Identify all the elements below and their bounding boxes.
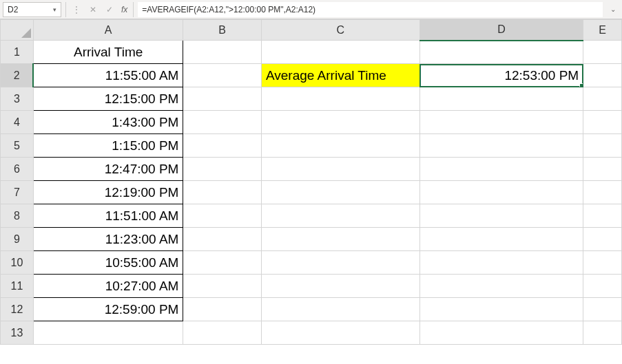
row-header-2[interactable]: 2 bbox=[1, 64, 34, 87]
cell-C6[interactable] bbox=[261, 158, 419, 181]
cell-D5[interactable] bbox=[419, 134, 583, 158]
cell-A4[interactable]: 1:43:00 PM bbox=[33, 111, 183, 134]
fx-icon[interactable]: fx bbox=[118, 5, 130, 14]
row-header-10[interactable]: 10 bbox=[1, 251, 34, 275]
row-header-13[interactable]: 13 bbox=[1, 321, 34, 345]
cell-D4[interactable] bbox=[419, 111, 583, 134]
row-header-6[interactable]: 6 bbox=[1, 158, 34, 181]
cell-B8[interactable] bbox=[183, 204, 262, 228]
cell-C13[interactable] bbox=[261, 321, 419, 345]
cell-B5[interactable] bbox=[183, 134, 262, 158]
cell-B9[interactable] bbox=[183, 228, 262, 251]
ellipsis-icon[interactable]: ⋮ bbox=[69, 3, 84, 17]
cell-D9[interactable] bbox=[419, 228, 583, 251]
cell-C7[interactable] bbox=[261, 181, 419, 204]
cell-A13[interactable] bbox=[33, 321, 183, 345]
cell-D2[interactable]: 12:53:00 PM bbox=[419, 64, 583, 87]
cell-B3[interactable] bbox=[183, 87, 262, 111]
cell-A1[interactable]: Arrival Time bbox=[33, 41, 183, 64]
cell-E8[interactable] bbox=[583, 204, 622, 228]
cell-E12[interactable] bbox=[583, 298, 622, 321]
row-header-3[interactable]: 3 bbox=[1, 87, 34, 111]
name-box[interactable]: D2 ▾ bbox=[3, 2, 61, 17]
select-all-triangle-icon bbox=[21, 28, 31, 38]
confirm-icon[interactable]: ✓ bbox=[102, 3, 117, 17]
cell-A11[interactable]: 10:27:00 AM bbox=[33, 275, 183, 298]
cell-E9[interactable] bbox=[583, 228, 622, 251]
cell-B6[interactable] bbox=[183, 158, 262, 181]
cell-B2[interactable] bbox=[183, 64, 262, 87]
cell-D7[interactable] bbox=[419, 181, 583, 204]
row-header-4[interactable]: 4 bbox=[1, 111, 34, 134]
row-header-5[interactable]: 5 bbox=[1, 134, 34, 158]
formula-input[interactable] bbox=[138, 2, 603, 17]
cell-E7[interactable] bbox=[583, 181, 622, 204]
cell-A10[interactable]: 10:55:00 AM bbox=[33, 251, 183, 275]
cell-D1[interactable] bbox=[419, 41, 583, 64]
formula-bar: D2 ▾ ⋮ ✕ ✓ fx ⌄ bbox=[0, 0, 622, 19]
cell-D8[interactable] bbox=[419, 204, 583, 228]
cell-B12[interactable] bbox=[183, 298, 262, 321]
cancel-icon[interactable]: ✕ bbox=[85, 3, 101, 17]
cell-C11[interactable] bbox=[261, 275, 419, 298]
grid-table: A B C D E 1 Arrival Time 2 11:55:00 AM A… bbox=[0, 19, 622, 345]
cell-C8[interactable] bbox=[261, 204, 419, 228]
cell-A7[interactable]: 12:19:00 PM bbox=[33, 181, 183, 204]
cell-C10[interactable] bbox=[261, 251, 419, 275]
row-header-7[interactable]: 7 bbox=[1, 181, 34, 204]
cell-E10[interactable] bbox=[583, 251, 622, 275]
cell-B7[interactable] bbox=[183, 181, 262, 204]
cell-A2[interactable]: 11:55:00 AM bbox=[33, 64, 183, 87]
formula-button-group: ⋮ ✕ ✓ fx bbox=[65, 2, 134, 17]
expand-formula-bar-icon[interactable]: ⌄ bbox=[607, 6, 619, 13]
cell-E13[interactable] bbox=[583, 321, 622, 345]
cell-A6[interactable]: 12:47:00 PM bbox=[33, 158, 183, 181]
cell-A5[interactable]: 1:15:00 PM bbox=[33, 134, 183, 158]
cell-C2[interactable]: Average Arrival Time bbox=[261, 64, 419, 87]
row-header-12[interactable]: 12 bbox=[1, 298, 34, 321]
row-header-9[interactable]: 9 bbox=[1, 228, 34, 251]
cell-C1[interactable] bbox=[261, 41, 419, 64]
name-box-value: D2 bbox=[8, 5, 18, 14]
cell-D13[interactable] bbox=[419, 321, 583, 345]
cell-B4[interactable] bbox=[183, 111, 262, 134]
cell-E3[interactable] bbox=[583, 87, 622, 111]
row-header-11[interactable]: 11 bbox=[1, 275, 34, 298]
cell-B13[interactable] bbox=[183, 321, 262, 345]
cell-A12[interactable]: 12:59:00 PM bbox=[33, 298, 183, 321]
cell-A3[interactable]: 12:15:00 PM bbox=[33, 87, 183, 111]
select-all-corner[interactable] bbox=[1, 20, 34, 41]
col-header-B[interactable]: B bbox=[183, 20, 262, 41]
cell-C12[interactable] bbox=[261, 298, 419, 321]
cell-B1[interactable] bbox=[183, 41, 262, 64]
cell-D11[interactable] bbox=[419, 275, 583, 298]
cell-D6[interactable] bbox=[419, 158, 583, 181]
cell-C3[interactable] bbox=[261, 87, 419, 111]
cell-E1[interactable] bbox=[583, 41, 622, 64]
cell-C4[interactable] bbox=[261, 111, 419, 134]
col-header-E[interactable]: E bbox=[583, 20, 622, 41]
row-header-8[interactable]: 8 bbox=[1, 204, 34, 228]
cell-D10[interactable] bbox=[419, 251, 583, 275]
cell-B10[interactable] bbox=[183, 251, 262, 275]
cell-B11[interactable] bbox=[183, 275, 262, 298]
cell-D12[interactable] bbox=[419, 298, 583, 321]
cell-E2[interactable] bbox=[583, 64, 622, 87]
spreadsheet-grid: A B C D E 1 Arrival Time 2 11:55:00 AM A… bbox=[0, 19, 622, 345]
col-header-A[interactable]: A bbox=[33, 20, 183, 41]
cell-E5[interactable] bbox=[583, 134, 622, 158]
col-header-C[interactable]: C bbox=[261, 20, 419, 41]
cell-E6[interactable] bbox=[583, 158, 622, 181]
row-header-1[interactable]: 1 bbox=[1, 41, 34, 64]
cell-C5[interactable] bbox=[261, 134, 419, 158]
cell-A9[interactable]: 11:23:00 AM bbox=[33, 228, 183, 251]
cell-D3[interactable] bbox=[419, 87, 583, 111]
cell-C9[interactable] bbox=[261, 228, 419, 251]
cell-E4[interactable] bbox=[583, 111, 622, 134]
chevron-down-icon[interactable]: ▾ bbox=[53, 6, 56, 13]
cell-E11[interactable] bbox=[583, 275, 622, 298]
col-header-D[interactable]: D bbox=[419, 20, 583, 41]
cell-A8[interactable]: 11:51:00 AM bbox=[33, 204, 183, 228]
